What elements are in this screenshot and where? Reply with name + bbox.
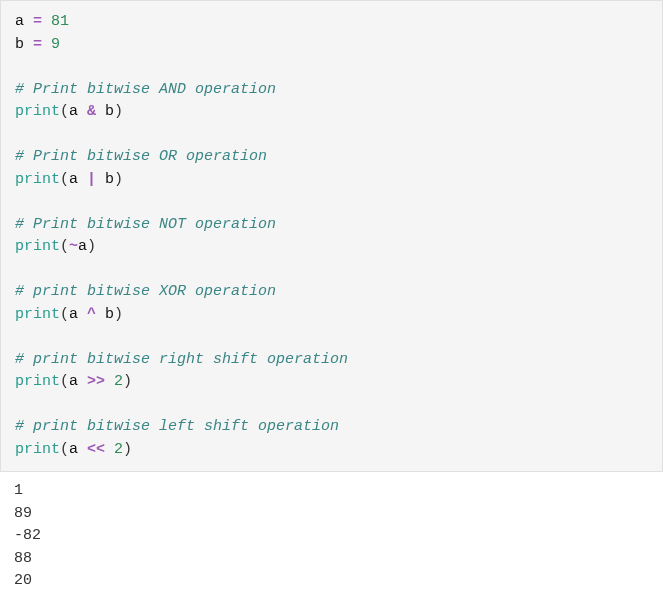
comment-or: # Print bitwise OR operation [15,146,648,169]
blank-line [15,56,648,79]
output-line-4: 88 [14,548,649,571]
print-rshift: print(a >> 2) [15,371,648,394]
arg-a: a [69,441,87,458]
comment-xor: # print bitwise XOR operation [15,281,648,304]
output-line-1: 1 [14,480,649,503]
blank-line [15,191,648,214]
lparen: ( [60,103,69,120]
lparen: ( [60,171,69,188]
xor-op: ^ [87,306,96,323]
func-print: print [15,306,60,323]
assign-op: = [24,36,51,53]
not-op: ~ [69,238,78,255]
rparen: ) [123,441,132,458]
comment-and: # Print bitwise AND operation [15,79,648,102]
output-line-2: 89 [14,503,649,526]
func-print: print [15,373,60,390]
arg-b: b [96,103,114,120]
output-line-3: -82 [14,525,649,548]
arg-b: b [96,306,114,323]
var-b: b [15,36,24,53]
lshift-op: << [87,441,105,458]
and-op: & [87,103,96,120]
arg-b: b [96,171,114,188]
output-line-5: 20 [14,570,649,593]
rparen: ) [114,306,123,323]
comment-text: # Print bitwise NOT operation [15,216,276,233]
func-print: print [15,103,60,120]
code-block: a = 81 b = 9 # Print bitwise AND operati… [0,0,663,472]
blank-line [15,394,648,417]
print-not: print(~a) [15,236,648,259]
code-line-assign-a: a = 81 [15,11,648,34]
comment-text: # Print bitwise OR operation [15,148,267,165]
func-print: print [15,238,60,255]
comment-not: # Print bitwise NOT operation [15,214,648,237]
rparen: ) [114,171,123,188]
arg-a: a [69,103,87,120]
lparen: ( [60,373,69,390]
num-2: 2 [105,441,123,458]
print-xor: print(a ^ b) [15,304,648,327]
blank-line [15,124,648,147]
comment-text: # Print bitwise AND operation [15,81,276,98]
comment-rshift: # print bitwise right shift operation [15,349,648,372]
code-line-assign-b: b = 9 [15,34,648,57]
func-print: print [15,171,60,188]
comment-text: # print bitwise XOR operation [15,283,276,300]
arg-a: a [78,238,87,255]
rshift-op: >> [87,373,105,390]
blank-line [15,326,648,349]
print-and: print(a & b) [15,101,648,124]
arg-a: a [69,171,87,188]
comment-text: # print bitwise left shift operation [15,418,339,435]
assign-op: = [24,13,51,30]
comment-text: # print bitwise right shift operation [15,351,348,368]
rparen: ) [114,103,123,120]
output-block: 1 89 -82 88 20 324 [0,472,663,594]
func-print: print [15,441,60,458]
blank-line [15,259,648,282]
lparen: ( [60,306,69,323]
num-81: 81 [51,13,69,30]
print-lshift: print(a << 2) [15,439,648,462]
comment-lshift: # print bitwise left shift operation [15,416,648,439]
lparen: ( [60,441,69,458]
num-2: 2 [105,373,123,390]
lparen: ( [60,238,69,255]
rparen: ) [123,373,132,390]
arg-a: a [69,373,87,390]
arg-a: a [69,306,87,323]
print-or: print(a | b) [15,169,648,192]
num-9: 9 [51,36,60,53]
rparen: ) [87,238,96,255]
or-op: | [87,171,96,188]
var-a: a [15,13,24,30]
